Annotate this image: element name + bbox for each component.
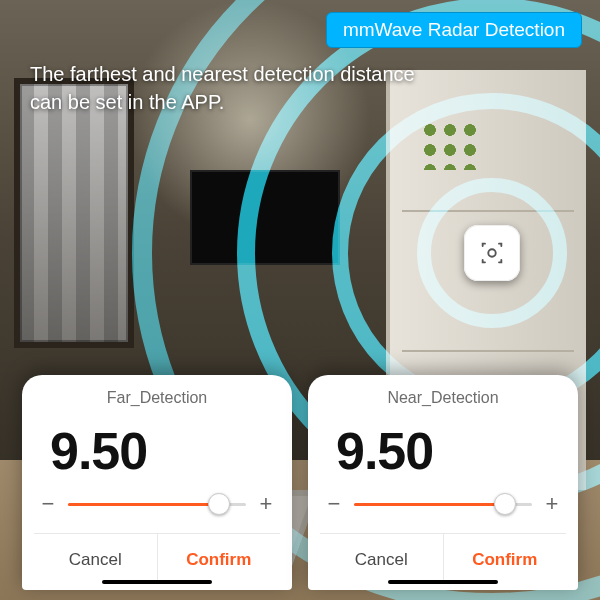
near-value: 9.50 [320, 421, 566, 481]
slider-thumb[interactable] [494, 493, 516, 515]
far-value: 9.50 [34, 421, 280, 481]
card-actions: Cancel Confirm [34, 533, 280, 584]
far-detection-card: Far_Detection 9.50 − + Cancel Confirm [22, 375, 292, 590]
near-slider[interactable]: − + [324, 493, 562, 515]
svg-point-0 [488, 249, 495, 256]
plus-button[interactable]: + [542, 493, 562, 515]
slider-fill [354, 503, 505, 506]
sensor-icon [478, 239, 506, 267]
card-title: Far_Detection [34, 389, 280, 407]
near-detection-card: Near_Detection 9.50 − + Cancel Confirm [308, 375, 578, 590]
plus-button[interactable]: + [256, 493, 276, 515]
slider-fill [68, 503, 219, 506]
minus-button[interactable]: − [324, 493, 344, 515]
far-slider[interactable]: − + [38, 493, 276, 515]
headline-text: The farthest and nearest detection dista… [30, 60, 430, 116]
home-indicator [102, 580, 212, 584]
card-title: Near_Detection [320, 389, 566, 407]
slider-track[interactable] [354, 503, 532, 506]
minus-button[interactable]: − [38, 493, 58, 515]
room-window [14, 78, 134, 348]
confirm-button[interactable]: Confirm [158, 534, 281, 584]
scene: mmWave Radar Detection The farthest and … [0, 0, 600, 600]
plant [420, 120, 480, 170]
sensor-device [464, 225, 520, 281]
card-actions: Cancel Confirm [320, 533, 566, 584]
tv [190, 170, 340, 265]
home-indicator [388, 580, 498, 584]
slider-thumb[interactable] [208, 493, 230, 515]
cancel-button[interactable]: Cancel [320, 534, 444, 584]
title-badge: mmWave Radar Detection [326, 12, 582, 48]
slider-track[interactable] [68, 503, 246, 506]
cancel-button[interactable]: Cancel [34, 534, 158, 584]
confirm-button[interactable]: Confirm [444, 534, 567, 584]
